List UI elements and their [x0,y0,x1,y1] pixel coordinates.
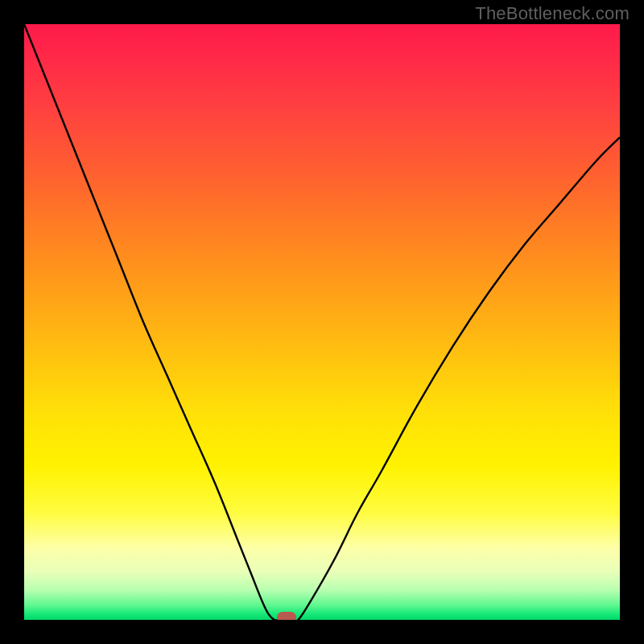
watermark-label: TheBottleneck.com [475,3,630,24]
curve-path [24,24,620,620]
minimum-marker [277,612,296,620]
plot-area [24,24,620,620]
chart-frame: TheBottleneck.com [0,0,644,644]
bottleneck-curve [24,24,620,620]
